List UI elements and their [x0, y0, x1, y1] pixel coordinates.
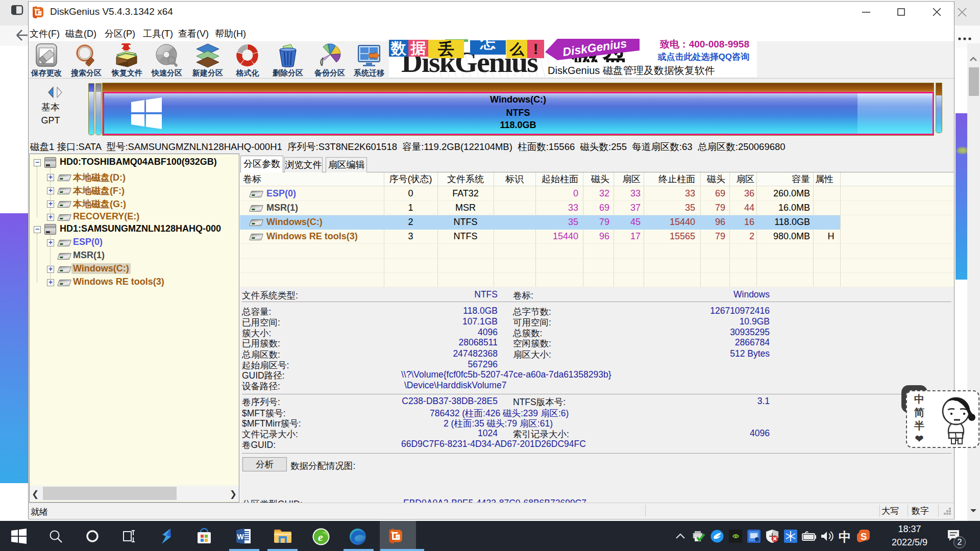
svg-text:W: W: [237, 533, 244, 541]
svg-text:S: S: [861, 531, 867, 542]
svg-text:e: e: [318, 531, 323, 543]
